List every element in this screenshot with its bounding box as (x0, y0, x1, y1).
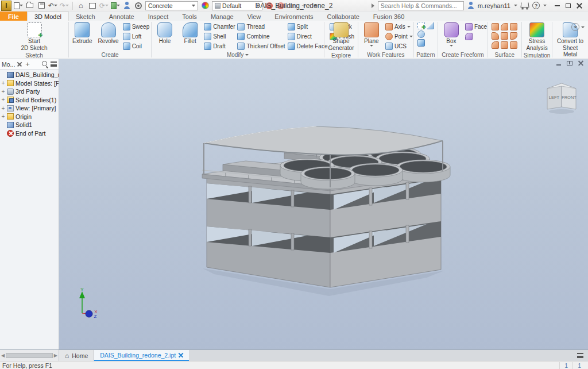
doc-close-button[interactable] (578, 60, 583, 66)
material-browser-button[interactable] (200, 1, 210, 10)
stress-analysis-button[interactable]: StressAnalysis (524, 22, 549, 52)
surface-extend-button[interactable] (501, 32, 508, 40)
tab-manage[interactable]: Manage (204, 11, 241, 21)
model-3d-building[interactable] (59, 59, 588, 349)
store-cart-icon[interactable] (520, 2, 529, 7)
browser-search-icon[interactable] (42, 61, 48, 67)
tab-fusion-360[interactable]: Fusion 360 (366, 11, 411, 21)
shape-generator-button[interactable]: ShapeGenerator (326, 22, 355, 52)
tab-3d-model[interactable]: 3D Model (27, 11, 69, 21)
update-button[interactable]: ⟳ (99, 1, 109, 10)
expand-icon[interactable]: + (1, 105, 5, 112)
switch-window-button[interactable] (88, 1, 97, 10)
thicken-offset-button[interactable]: Thicken/ Offset (237, 41, 285, 51)
surface-sculpt-button[interactable] (510, 23, 517, 30)
viewcube-left-face[interactable]: LEFT (549, 95, 560, 100)
add-quick-access-button[interactable]: + (299, 1, 308, 10)
tree-item-solid-bodies[interactable]: + Solid Bodies(1) (1, 96, 59, 105)
material-dropdown[interactable]: Concrete (145, 1, 198, 10)
browser-close-icon[interactable] (17, 62, 22, 67)
expand-icon[interactable]: + (1, 97, 5, 103)
surface-trim-button[interactable] (492, 32, 499, 40)
tree-item-end-of-part[interactable]: End of Part (1, 129, 59, 138)
help-icon[interactable]: ? (532, 2, 540, 9)
fillet-button[interactable]: Fillet (179, 22, 202, 45)
freeform-box-button[interactable]: Box (440, 22, 463, 47)
viewcube-front-face[interactable]: FRONT (562, 95, 577, 100)
tab-list-menu-icon[interactable] (577, 353, 583, 358)
window-restore-button[interactable] (566, 3, 571, 8)
rectangular-pattern-button[interactable] (417, 22, 425, 29)
direct-button[interactable]: Direct (288, 32, 328, 41)
tab-annotate[interactable]: Annotate (102, 11, 141, 21)
model-viewport[interactable]: LEFT FRONT Y X Z (59, 59, 588, 349)
scroll-right-icon[interactable]: ▶ (54, 353, 57, 358)
open-button[interactable] (25, 1, 34, 10)
loft-button[interactable]: Loft (123, 32, 150, 41)
tab-document[interactable]: DAIS_Building_redone_2.ipt (94, 350, 189, 361)
appearance-dropdown[interactable]: Default (212, 1, 262, 10)
tab-inspect[interactable]: Inspect (141, 11, 175, 21)
customize-toolbar-button[interactable] (311, 1, 320, 10)
view-cube[interactable]: LEFT FRONT (544, 79, 579, 115)
expand-search-icon[interactable] (372, 3, 374, 8)
doc-restore-button[interactable] (567, 61, 572, 66)
home-view-button[interactable]: ⌂ (76, 1, 86, 10)
surface-replace-face-button[interactable] (510, 32, 517, 40)
coil-button[interactable]: Coil (123, 41, 150, 51)
revolve-button[interactable]: Revolve (96, 22, 120, 45)
view-selector-button[interactable] (111, 1, 120, 10)
extrude-button[interactable]: Extrude (71, 22, 94, 45)
user-presence-button[interactable] (122, 1, 131, 10)
tab-view[interactable]: View (241, 11, 268, 21)
redo-button[interactable]: ↷ (60, 1, 69, 10)
expand-icon[interactable]: + (1, 113, 5, 120)
help-dropdown-caret[interactable] (543, 5, 547, 6)
undo-button[interactable]: ↶ (48, 1, 57, 10)
browser-tab-model[interactable]: Mo... (2, 61, 15, 68)
ribbon-collapse-button[interactable] (571, 23, 585, 31)
tab-sketch[interactable]: Sketch (69, 11, 102, 21)
scroll-left-icon[interactable]: ◀ (1, 353, 5, 358)
navigation-wheel-button[interactable] (134, 1, 143, 10)
new-document-button[interactable] (14, 1, 23, 10)
sketch-driven-pattern-button[interactable] (417, 39, 425, 47)
account-username[interactable]: m.reyhan11 (478, 2, 510, 9)
browser-menu-icon[interactable] (51, 62, 57, 67)
axis-button[interactable]: Axis (385, 22, 413, 32)
chamfer-button[interactable]: Chamfer (204, 22, 235, 32)
adjust-appearance-button[interactable] (265, 1, 274, 10)
window-minimize-button[interactable] (555, 5, 560, 6)
surface-repair-button[interactable] (510, 41, 517, 49)
freeform-convert-button[interactable] (465, 32, 487, 41)
start-2d-sketch-button[interactable]: Start2D Sketch (19, 22, 49, 52)
mirror-button[interactable] (427, 22, 434, 29)
draft-button[interactable]: Draft (204, 41, 235, 51)
window-close-button[interactable] (577, 3, 582, 9)
surface-patch-button[interactable] (501, 23, 508, 30)
account-dropdown-caret[interactable] (514, 5, 517, 6)
tree-item-solid1[interactable]: Solid1 (1, 121, 59, 129)
shell-button[interactable]: Shell (204, 32, 235, 41)
surface-ruled-button[interactable] (492, 41, 499, 49)
tree-item-origin[interactable]: + Origin (1, 113, 59, 121)
search-box[interactable] (378, 1, 464, 10)
document-tab-close-icon[interactable] (179, 353, 183, 358)
tab-collaborate[interactable]: Collaborate (320, 11, 366, 21)
delete-face-button[interactable]: Delete Face (288, 41, 328, 51)
tree-item-3rd-party[interactable]: + 3rd Party (1, 87, 59, 96)
tab-tools[interactable]: Tools (175, 11, 204, 21)
expand-icon[interactable]: + (1, 89, 5, 95)
freeform-face-button[interactable]: Face (465, 22, 487, 32)
panel-label-modify[interactable]: Modify (153, 51, 322, 59)
doc-minimize-button[interactable] (556, 64, 561, 66)
surface-stitch-button[interactable] (492, 23, 499, 30)
hole-button[interactable]: Hole (153, 22, 176, 45)
browser-horizontal-scrollbar[interactable]: ◀ ▶ (0, 350, 59, 361)
save-button[interactable] (37, 1, 46, 10)
plane-button[interactable]: Plane (360, 22, 383, 47)
parameters-button[interactable]: fx (288, 1, 297, 10)
ucs-button[interactable]: UCS (385, 41, 413, 51)
tree-item-view-primary[interactable]: + View: [Primary] (1, 104, 59, 113)
tab-file[interactable]: File (0, 11, 27, 21)
